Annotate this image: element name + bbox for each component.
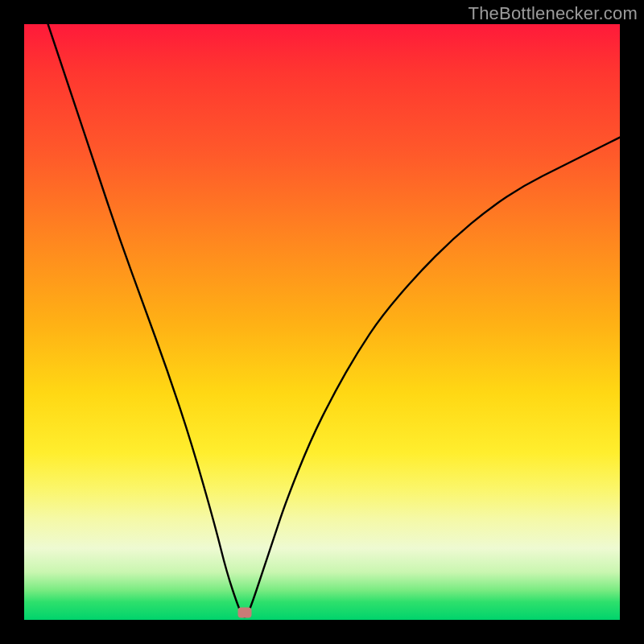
bottleneck-curve <box>24 24 620 620</box>
attribution-label: TheBottlenecker.com <box>469 3 638 24</box>
plot-area <box>24 24 620 620</box>
optimal-point-marker <box>237 608 251 618</box>
chart-container: TheBottlenecker.com <box>0 0 644 644</box>
